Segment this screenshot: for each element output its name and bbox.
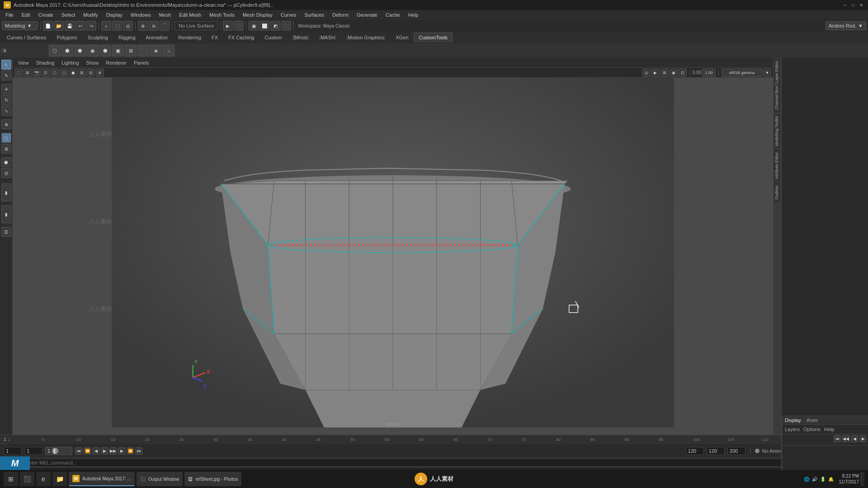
paint-select-button[interactable]: ✎: [1, 70, 11, 80]
menu-create[interactable]: Create: [35, 11, 57, 19]
shelf-tab-polygons[interactable]: Polygons: [52, 33, 82, 42]
soft-select-button[interactable]: ⬡: [1, 133, 11, 143]
gamma-dropdown[interactable]: sRGB gamma: [722, 69, 762, 77]
shelf-tab-xgen[interactable]: XGen: [391, 33, 413, 42]
snap-button[interactable]: ⊕: [138, 21, 148, 31]
scale-tool-button[interactable]: ⤡: [1, 106, 11, 116]
play-forward-button[interactable]: ▶▶: [109, 447, 117, 455]
save-button[interactable]: 💾: [65, 21, 75, 31]
render-view-button[interactable]: ▶: [223, 21, 233, 31]
redo-button[interactable]: ↪: [86, 21, 96, 31]
shelf-tool-5[interactable]: ⬟: [99, 45, 111, 56]
current-frame-input[interactable]: [4, 447, 22, 455]
smooth-button[interactable]: ▣: [249, 21, 259, 31]
display-tab[interactable]: Display: [785, 418, 801, 423]
vp-camera-btn[interactable]: 📷: [33, 69, 41, 77]
vp-select-all-btn[interactable]: ⊞: [24, 69, 32, 77]
menu-curves[interactable]: Curves: [277, 11, 300, 19]
maximize-button[interactable]: □: [850, 2, 856, 8]
shelf-tool-1[interactable]: ⬡: [49, 45, 61, 56]
shelf-tab-custom[interactable]: Custom: [260, 33, 287, 42]
mode-dropdown[interactable]: Modeling ▼: [2, 21, 38, 30]
menu-help[interactable]: Help: [405, 11, 422, 19]
shelf-tab-rigging[interactable]: Rigging: [113, 33, 140, 42]
shelf-tool-6[interactable]: ▣: [112, 45, 124, 56]
vp-grid2-btn[interactable]: ⊟: [87, 69, 95, 77]
viewport-menu-lighting[interactable]: Lighting: [59, 60, 82, 66]
layer-nav-next[interactable]: ▶: [859, 435, 867, 442]
layer-nav-first[interactable]: ⏮: [834, 435, 841, 442]
viewport-menu-show[interactable]: Show: [84, 60, 102, 66]
vp-smooth-btn[interactable]: ◻: [60, 69, 68, 77]
layer-nav-prev[interactable]: ◀: [851, 435, 858, 442]
channel-box-layer-editor-tab[interactable]: Channel Box / Layer Editor: [773, 58, 781, 113]
frame-step-input[interactable]: [24, 447, 42, 455]
shelf-tab-rendering[interactable]: Rendering: [173, 33, 206, 42]
edge-button[interactable]: e: [36, 472, 51, 486]
photos-taskbar[interactable]: 🖼 refSheet.jpg - Photos: [184, 472, 241, 486]
shelf-tool-3[interactable]: ⬣: [74, 45, 86, 56]
paint-button[interactable]: ◎: [123, 21, 133, 31]
lasso-button[interactable]: ⬚: [112, 21, 122, 31]
show-desktop-button[interactable]: [861, 472, 864, 486]
play-button[interactable]: ▶: [101, 447, 108, 455]
anim-start-field[interactable]: 1 ▌: [45, 447, 72, 455]
rotate-tool-button[interactable]: ↻: [1, 95, 11, 105]
move-tool-button[interactable]: ✛: [1, 84, 11, 94]
viewport-menu-view[interactable]: View: [15, 60, 32, 66]
start-button[interactable]: ⊞: [4, 472, 18, 486]
modelling-toolkit-tab[interactable]: Modelling Toolkit: [773, 113, 781, 149]
menu-mesh-tools[interactable]: Mesh Tools: [206, 11, 238, 19]
live-surface-button[interactable]: No Live Surface: [175, 21, 218, 30]
menu-select[interactable]: Select: [58, 11, 79, 19]
prev-key-button[interactable]: ⏪: [84, 447, 91, 455]
go-to-end-button[interactable]: ⏭: [135, 447, 142, 455]
shelf-tool-10[interactable]: ⬦: [163, 45, 175, 56]
gamma-arrow[interactable]: ▼: [763, 69, 771, 77]
max-start-input[interactable]: [707, 447, 725, 455]
viewport-menu-panels[interactable]: Panels: [131, 60, 152, 66]
menu-deform[interactable]: Deform: [329, 11, 352, 19]
shelf-tab-mash[interactable]: [ MASH ]: [314, 33, 341, 42]
shelf-collapse-button[interactable]: ◀: [2, 48, 6, 53]
vp-isolate-btn[interactable]: ◉: [670, 69, 678, 77]
menu-file[interactable]: File: [2, 11, 17, 19]
undo-button[interactable]: ↩: [75, 21, 85, 31]
menu-surfaces[interactable]: Surfaces: [301, 11, 328, 19]
vp-select-btn[interactable]: ⬚: [14, 69, 23, 77]
side-stacked-1[interactable]: ▮: [1, 183, 11, 202]
layer-nav-prev2[interactable]: ◀◀: [842, 435, 849, 442]
vp-render-btn[interactable]: ▶: [651, 69, 660, 77]
menu-mesh[interactable]: Mesh: [155, 11, 175, 19]
vp-wireframe-btn[interactable]: ⬡: [51, 69, 59, 77]
minimize-button[interactable]: ─: [842, 2, 848, 8]
next-frame-button[interactable]: ▶: [118, 447, 125, 455]
outliner-tab[interactable]: Outliner: [773, 182, 781, 203]
shelf-tool-4[interactable]: ◉: [87, 45, 99, 56]
viewport-menu-shading[interactable]: Shading: [33, 60, 57, 66]
options-label[interactable]: Options: [803, 427, 821, 432]
vp-smooth2-btn[interactable]: ◼: [69, 69, 77, 77]
user-dropdown[interactable]: Andres Rod. ▼: [826, 21, 866, 30]
texture-button[interactable]: ⬛: [281, 21, 291, 31]
max-end-input[interactable]: [727, 447, 745, 455]
output-window-taskbar[interactable]: ⬛ Output Window: [137, 472, 183, 486]
layers-label[interactable]: Layers: [785, 427, 800, 432]
magnet-button[interactable]: ⊖: [149, 21, 159, 31]
vp-normals-btn[interactable]: ⊕: [96, 69, 104, 77]
ipr-button[interactable]: ⬛: [234, 21, 244, 31]
menu-edit[interactable]: Edit: [18, 11, 34, 19]
shelf-tool-9[interactable]: ◈: [150, 45, 162, 56]
vp-icons-btn[interactable]: ◎: [642, 69, 651, 77]
shelf-tool-8[interactable]: ⬛: [137, 45, 149, 56]
new-scene-button[interactable]: 📄: [43, 21, 53, 31]
range-end-input[interactable]: [686, 447, 704, 455]
snap-grid-button[interactable]: ⬢: [1, 157, 11, 167]
shelf-tool-7[interactable]: ⊞: [125, 45, 137, 56]
vp-toggle-btn[interactable]: ⊡: [42, 69, 50, 77]
menu-cache[interactable]: Cache: [382, 11, 404, 19]
help-label[interactable]: Help: [824, 427, 835, 432]
vp-stereo-btn[interactable]: ⊞: [660, 69, 669, 77]
go-to-start-button[interactable]: ⏮: [75, 447, 82, 455]
vp-more-btn[interactable]: ⊡: [679, 69, 687, 77]
